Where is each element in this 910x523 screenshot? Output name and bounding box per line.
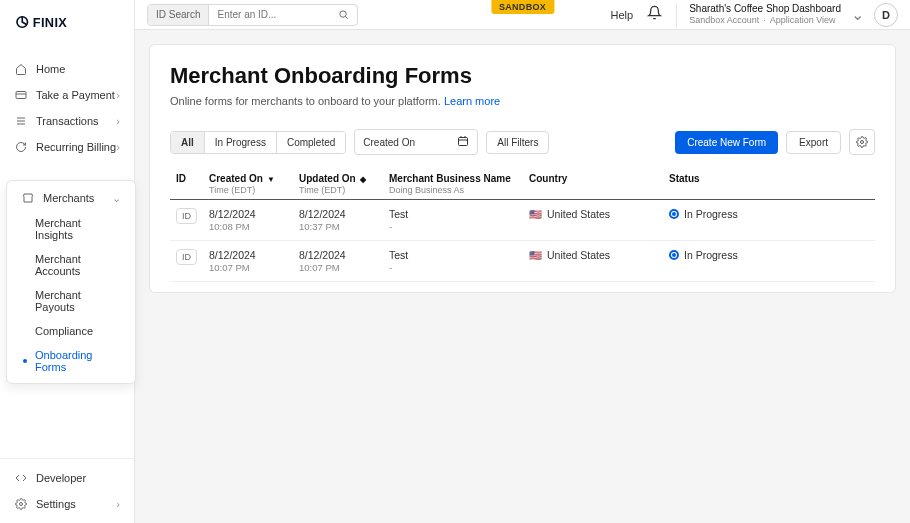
- sidebar-item-recurring-billing[interactable]: Recurring Billing ›: [0, 134, 134, 160]
- sidebar-item-label: Recurring Billing: [36, 141, 116, 153]
- chevron-down-icon[interactable]: ⌄: [851, 5, 864, 24]
- all-filters-button[interactable]: All Filters: [486, 131, 549, 154]
- account-switcher[interactable]: Sharath's Coffee Shop Dashboard Sandbox …: [676, 3, 898, 27]
- sidebar-item-developer[interactable]: Developer: [0, 465, 134, 491]
- cell-country: 🇺🇸United States: [523, 241, 663, 282]
- sidebar-sub-merchant-payouts[interactable]: Merchant Payouts: [7, 283, 135, 319]
- id-chip[interactable]: ID: [176, 208, 197, 224]
- cell-updated: 8/12/202410:37 PM: [293, 200, 383, 241]
- id-chip[interactable]: ID: [176, 249, 197, 265]
- sidebar-item-take-a-payment[interactable]: Take a Payment ›: [0, 82, 134, 108]
- table-settings-button[interactable]: [849, 129, 875, 155]
- nav-bottom: Developer Settings ›: [0, 458, 134, 523]
- svg-text:FINIX: FINIX: [33, 15, 68, 30]
- learn-more-link[interactable]: Learn more: [444, 95, 500, 107]
- cell-created: 8/12/202410:07 PM: [203, 241, 293, 282]
- sidebar-sub-merchant-accounts[interactable]: Merchant Accounts: [7, 247, 135, 283]
- account-text: Sharath's Coffee Shop Dashboard Sandbox …: [689, 3, 841, 26]
- flag-icon: 🇺🇸: [529, 208, 542, 220]
- chevron-right-icon: ›: [116, 115, 120, 127]
- chevron-down-icon: ⌄: [112, 192, 121, 205]
- merchants-submenu: Merchants ⌄ Merchant Insights Merchant A…: [6, 180, 136, 384]
- avatar[interactable]: D: [874, 3, 898, 27]
- logo[interactable]: FINIX: [0, 0, 134, 44]
- chevron-right-icon: ›: [116, 89, 120, 101]
- status-icon: [669, 209, 679, 219]
- chevron-right-icon: ›: [116, 141, 120, 153]
- search-input[interactable]: [209, 5, 329, 25]
- status-filter-tabs: All In Progress Completed: [170, 131, 346, 154]
- export-button[interactable]: Export: [786, 131, 841, 154]
- page-title: Merchant Onboarding Forms: [170, 63, 875, 89]
- card-icon: [14, 88, 28, 102]
- refresh-icon: [14, 140, 28, 154]
- cell-created: 8/12/202410:08 PM: [203, 200, 293, 241]
- tab-in-progress[interactable]: In Progress: [205, 132, 277, 153]
- sidebar-sub-onboarding-forms[interactable]: Onboarding Forms: [7, 343, 135, 379]
- id-search[interactable]: ID Search: [147, 4, 358, 26]
- sidebar-sub-merchant-insights[interactable]: Merchant Insights: [7, 211, 135, 247]
- flag-icon: 🇺🇸: [529, 249, 542, 261]
- account-subtitle: Sandbox Account·Application View: [689, 15, 841, 26]
- col-country[interactable]: Country: [523, 165, 663, 200]
- table-row[interactable]: ID 8/12/202410:08 PM 8/12/202410:37 PM T…: [170, 200, 875, 241]
- date-filter-label: Created On: [363, 137, 415, 148]
- cell-business: Test-: [383, 241, 523, 282]
- created-on-filter[interactable]: Created On: [354, 129, 478, 155]
- chevron-right-icon: ›: [116, 498, 120, 510]
- sort-desc-icon: ▼: [267, 175, 275, 184]
- cell-business: Test-: [383, 200, 523, 241]
- search-prefix: ID Search: [148, 5, 209, 25]
- svg-point-13: [20, 503, 23, 506]
- sidebar-item-label: Developer: [36, 472, 86, 484]
- col-id[interactable]: ID: [170, 165, 203, 200]
- col-status[interactable]: Status: [663, 165, 875, 200]
- sidebar-item-label: Merchants: [43, 192, 94, 204]
- sidebar-item-merchants[interactable]: Merchants ⌄: [7, 185, 135, 211]
- tab-completed[interactable]: Completed: [277, 132, 345, 153]
- card-main: Merchant Onboarding Forms Online forms f…: [149, 44, 896, 293]
- sidebar-sub-compliance[interactable]: Compliance: [7, 319, 135, 343]
- sidebar-item-label: Take a Payment: [36, 89, 115, 101]
- sort-neutral-icon: ◆: [360, 175, 366, 184]
- tab-all[interactable]: All: [171, 132, 205, 153]
- gear-icon: [14, 497, 28, 511]
- sidebar-item-label: Settings: [36, 498, 76, 510]
- sidebar-item-transactions[interactable]: Transactions ›: [0, 108, 134, 134]
- topbar-right: Help Sharath's Coffee Shop Dashboard San…: [611, 3, 898, 27]
- sidebar-item-home[interactable]: Home: [0, 56, 134, 82]
- forms-table: ID Created On▼Time (EDT) Updated On◆Time…: [170, 165, 875, 282]
- account-title: Sharath's Coffee Shop Dashboard: [689, 3, 841, 15]
- main: SANDBOX ID Search Help Sharath's Coffee …: [135, 0, 910, 523]
- toolbar: All In Progress Completed Created On All…: [170, 129, 875, 155]
- sidebar-item-label: Transactions: [36, 115, 99, 127]
- store-icon: [21, 191, 35, 205]
- col-updated-on[interactable]: Updated On◆Time (EDT): [293, 165, 383, 200]
- col-business-name[interactable]: Merchant Business NameDoing Business As: [383, 165, 523, 200]
- table-row[interactable]: ID 8/12/202410:07 PM 8/12/202410:07 PM T…: [170, 241, 875, 282]
- svg-rect-2: [16, 92, 26, 99]
- cell-country: 🇺🇸United States: [523, 200, 663, 241]
- create-new-form-button[interactable]: Create New Form: [675, 131, 778, 154]
- list-icon: [14, 114, 28, 128]
- topbar: SANDBOX ID Search Help Sharath's Coffee …: [135, 0, 910, 30]
- home-icon: [14, 62, 28, 76]
- calendar-icon: [457, 135, 469, 149]
- search-icon[interactable]: [329, 5, 357, 25]
- bell-icon[interactable]: [647, 5, 662, 24]
- nav-main: Home Take a Payment › Transactions › Rec…: [0, 44, 134, 458]
- cell-status: In Progress: [663, 200, 875, 241]
- status-icon: [669, 250, 679, 260]
- sidebar: FINIX Home Take a Payment › Transactions…: [0, 0, 135, 523]
- page-subtitle: Online forms for merchants to onboard to…: [170, 95, 875, 107]
- sandbox-badge: SANDBOX: [491, 0, 554, 14]
- svg-rect-16: [459, 138, 468, 146]
- sidebar-item-settings[interactable]: Settings ›: [0, 491, 134, 517]
- help-link[interactable]: Help: [611, 9, 634, 21]
- sidebar-item-label: Home: [36, 63, 65, 75]
- content: Merchant Onboarding Forms Online forms f…: [135, 30, 910, 307]
- col-created-on[interactable]: Created On▼Time (EDT): [203, 165, 293, 200]
- svg-line-15: [346, 17, 348, 19]
- svg-point-14: [340, 11, 346, 17]
- svg-point-20: [861, 141, 864, 144]
